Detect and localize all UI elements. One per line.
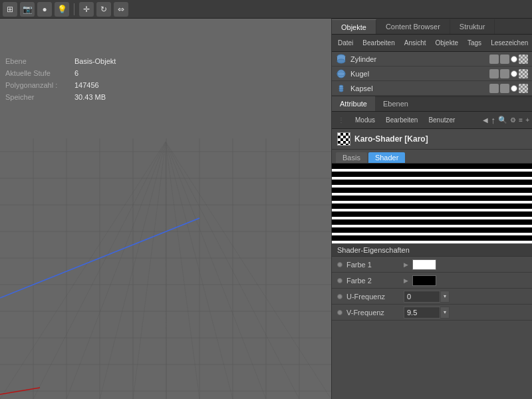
ctrl-check-3[interactable] xyxy=(489,69,499,78)
polygonanzahl-label: Polygonanzahl : xyxy=(5,79,72,91)
farbe1-label: Farbe 1 xyxy=(346,261,400,269)
color-dot-w1[interactable] xyxy=(511,56,517,63)
polygonanzahl-value: 147456 xyxy=(74,79,99,91)
color-dot-c3[interactable] xyxy=(519,84,528,93)
viewport[interactable]: Ebene Basis-Objekt Aktuelle Stufe 6 Poly… xyxy=(0,19,331,399)
object-list: Zylinder Kugel xyxy=(332,52,532,96)
tags-menu[interactable]: Tags xyxy=(464,39,485,47)
search2-icon[interactable]: 🔍 xyxy=(498,116,507,124)
prop-dot-ufreq xyxy=(337,294,342,299)
ctrl-check-1[interactable] xyxy=(489,55,499,64)
color-dot-c2[interactable] xyxy=(519,69,528,78)
shader-header: Karo-Shader [Karo] xyxy=(332,129,532,150)
benutzer-menu[interactable]: Benutzer xyxy=(425,116,458,124)
scale-icon[interactable]: ⇔ xyxy=(114,2,128,17)
grid-icon[interactable]: ⊞ xyxy=(3,2,17,17)
tab-objekte[interactable]: Objekte xyxy=(332,19,376,34)
obj-row-kapsel[interactable]: Kapsel xyxy=(332,81,532,96)
ebene-value: Basis-Objekt xyxy=(74,55,116,67)
kapsel-icon xyxy=(336,83,346,94)
speicher-label: Speicher xyxy=(5,91,72,103)
rotate-icon[interactable]: ↻ xyxy=(96,2,111,17)
svg-point-39 xyxy=(339,85,343,88)
prop-dot-vfreq xyxy=(337,310,342,315)
v-freq-label: V-Frequenz xyxy=(346,309,400,317)
prop-farbe2: Farbe 2 ▶ xyxy=(332,273,532,289)
gear-icon[interactable]: ⚙ xyxy=(510,116,516,124)
shader-tabs: Basis Shader xyxy=(332,150,532,164)
tab-attribute[interactable]: Attribute xyxy=(332,96,375,111)
move-icon[interactable]: ✛ xyxy=(79,2,94,17)
obj-controls-zylinder xyxy=(489,55,528,64)
top-toolbar: ⊞ 📷 ● 💡 ✛ ↻ ⇔ xyxy=(0,0,532,19)
obj-name-zylinder: Zylinder xyxy=(350,55,485,63)
datei-menu[interactable]: Datei xyxy=(334,39,356,47)
prop-farbe1: Farbe 1 ▶ xyxy=(332,257,532,273)
v-freq-spinner[interactable]: ▾ xyxy=(440,307,450,319)
attr-sep-icon: ⋮ xyxy=(334,116,348,124)
prop-v-freq: V-Frequenz ▾ xyxy=(332,305,532,321)
tab-content-browser[interactable]: Content Browser xyxy=(376,19,450,34)
bearbeiten-menu[interactable]: Bearbeiten xyxy=(359,39,398,47)
ctrl-check-4[interactable] xyxy=(500,69,509,78)
obj-controls-kugel xyxy=(489,69,528,78)
tab-struktur[interactable]: Struktur xyxy=(450,19,495,34)
obj-controls-kapsel xyxy=(489,84,528,93)
separator xyxy=(74,3,74,15)
modus-menu[interactable]: Modus xyxy=(352,116,378,124)
objekte-menu[interactable]: Objekte xyxy=(432,39,462,47)
prop-dot-farbe1 xyxy=(337,262,342,267)
speicher-value: 30.43 MB xyxy=(74,91,106,103)
shader-title: Karo-Shader [Karo] xyxy=(354,134,428,144)
camera-icon[interactable]: 📷 xyxy=(20,2,35,17)
stufe-label: Aktuelle Stufe xyxy=(5,67,72,79)
attr-bearbeiten-menu[interactable]: Bearbeiten xyxy=(382,116,421,124)
u-freq-input-group: ▾ xyxy=(404,291,450,303)
light-icon[interactable]: 💡 xyxy=(55,2,69,17)
ansicht-menu[interactable]: Ansicht xyxy=(401,39,430,47)
farbe1-arrow: ▶ xyxy=(404,261,408,268)
attr-toolbar: ⋮ Modus Bearbeiten Benutzer ◀ ↑ 🔍 ⚙ ≡ + xyxy=(332,112,532,129)
obj-name-kapsel: Kapsel xyxy=(350,84,485,92)
color-dot-c1[interactable] xyxy=(519,55,528,64)
v-freq-input[interactable] xyxy=(404,307,440,319)
main-layout: Ebene Basis-Objekt Aktuelle Stufe 6 Poly… xyxy=(0,19,532,399)
cursor-icon[interactable]: ↑ xyxy=(491,115,495,126)
prop-u-freq: U-Frequenz ▾ xyxy=(332,289,532,305)
u-freq-spinner[interactable]: ▾ xyxy=(440,291,450,303)
viewport-info: Ebene Basis-Objekt Aktuelle Stufe 6 Poly… xyxy=(5,55,116,103)
obj-row-zylinder[interactable]: Zylinder xyxy=(332,52,532,66)
attr-tabs: Attribute Ebenen xyxy=(332,96,532,112)
zylinder-icon xyxy=(336,54,346,65)
stufe-value: 6 xyxy=(74,67,78,79)
color-dot-w3[interactable] xyxy=(511,85,517,92)
obj-name-kugel: Kugel xyxy=(350,70,485,78)
top-tabs: Objekte Content Browser Struktur xyxy=(332,19,532,35)
add-icon[interactable]: + xyxy=(525,116,529,124)
tab-shader[interactable]: Shader xyxy=(368,152,405,163)
shader-preview xyxy=(332,164,532,243)
farbe2-arrow: ▶ xyxy=(404,277,408,284)
arrow-left-icon[interactable]: ◀ xyxy=(483,116,488,124)
ctrl-check-5[interactable] xyxy=(489,84,499,93)
kugel-icon xyxy=(336,68,346,79)
shader-props-header: Shader-Eigenschaften xyxy=(332,243,532,257)
config-icon[interactable]: ≡ xyxy=(519,116,523,124)
svg-point-36 xyxy=(337,70,345,78)
lesezeichen-menu[interactable]: Lesezeichen xyxy=(487,39,531,47)
farbe2-label: Farbe 2 xyxy=(346,277,400,285)
shader-checker-icon xyxy=(337,132,350,146)
ctrl-check-2[interactable] xyxy=(500,55,509,64)
render-icon[interactable]: ● xyxy=(37,2,52,17)
color-dot-w2[interactable] xyxy=(511,70,517,77)
tab-ebenen[interactable]: Ebenen xyxy=(375,96,416,111)
attr-toolbar-right: ◀ ↑ 🔍 ⚙ ≡ + xyxy=(483,115,529,126)
tab-basis[interactable]: Basis xyxy=(336,152,367,163)
u-freq-input[interactable] xyxy=(404,291,440,303)
ctrl-check-6[interactable] xyxy=(500,84,509,93)
farbe1-swatch[interactable] xyxy=(412,259,436,270)
prop-dot-farbe2 xyxy=(337,278,342,283)
shader-props: Shader-Eigenschaften Farbe 1 ▶ Farbe 2 ▶… xyxy=(332,243,532,399)
obj-row-kugel[interactable]: Kugel xyxy=(332,66,532,81)
farbe2-swatch[interactable] xyxy=(412,275,436,286)
